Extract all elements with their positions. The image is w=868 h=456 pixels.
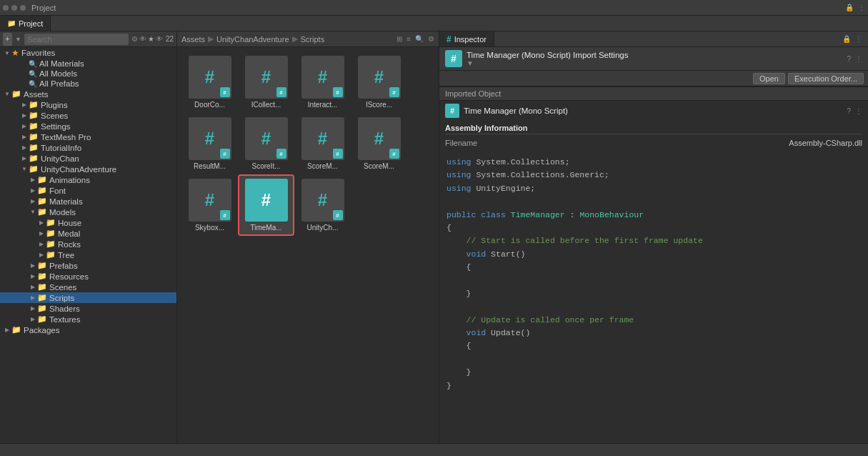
- plugins-item[interactable]: 📁 Plugins: [0, 99, 176, 110]
- breadcrumb-settings2-icon[interactable]: ⚙: [428, 35, 434, 43]
- imported-hash-badge: #: [445, 104, 459, 118]
- cs-badge: #: [220, 87, 230, 97]
- textmesh-item[interactable]: 📁 TextMesh Pro: [0, 132, 176, 142]
- file-name-timema: TimeMa...: [250, 224, 281, 232]
- execution-order-button[interactable]: Execution Order...: [788, 73, 864, 84]
- settings-folder-icon: 📁: [29, 122, 39, 131]
- textures-item[interactable]: 📁 Textures: [0, 314, 176, 324]
- prefabs-folder-icon: 📁: [37, 261, 47, 270]
- inspector-lock-icon[interactable]: 🔒: [842, 35, 851, 43]
- cs-badge9: #: [220, 210, 230, 220]
- scenes-label: Scenes: [41, 111, 68, 120]
- unitychan-item[interactable]: 📁 UnityChan: [0, 153, 176, 164]
- scenes-item[interactable]: 📁 Scenes: [0, 110, 176, 121]
- medal-arrow: [37, 229, 46, 238]
- file-thumb-timema: #: [245, 179, 288, 222]
- file-thumb-unitych: # #: [301, 179, 344, 222]
- breadcrumb-grid-icon[interactable]: ⊞: [396, 35, 402, 43]
- prefabs-label: Prefabs: [49, 262, 78, 270]
- file-thumb-skybox: # #: [189, 179, 231, 222]
- house-label: House: [58, 219, 81, 227]
- scenes2-item[interactable]: 📁 Scenes: [0, 282, 176, 292]
- all-models-item[interactable]: 🔍 All Models: [0, 69, 176, 79]
- scripts-folder-icon: 📁: [37, 293, 47, 302]
- cs-badge6: #: [276, 149, 286, 159]
- search-input[interactable]: [24, 34, 129, 45]
- cs-badge7: #: [333, 149, 343, 159]
- scenes2-label: Scenes: [49, 283, 76, 292]
- file-item-icollect[interactable]: # # ICollect...: [239, 53, 293, 111]
- imported-dots-icon[interactable]: ⋮: [855, 107, 862, 115]
- eye-icon[interactable]: 👁: [139, 35, 146, 43]
- packages-arrow: [3, 326, 11, 334]
- breadcrumb-scripts[interactable]: Scripts: [301, 35, 325, 44]
- menu-icon[interactable]: ⋮: [858, 4, 865, 11]
- open-button[interactable]: Open: [753, 73, 785, 84]
- code-line-12: [447, 300, 861, 313]
- visibility-count: 👁: [156, 35, 163, 43]
- breadcrumb-list-icon[interactable]: ≡: [406, 35, 411, 43]
- breadcrumb-unitychanadventure[interactable]: UnityChanAdventure: [216, 35, 289, 44]
- materials-item[interactable]: 📁 Materials: [0, 196, 176, 207]
- code-line-13: // Update is called once per frame: [447, 314, 861, 327]
- prefabs-item[interactable]: 📁 Prefabs: [0, 260, 176, 271]
- add-button[interactable]: +: [3, 33, 12, 46]
- settings-item[interactable]: 📁 Settings: [0, 121, 176, 132]
- scripts-item[interactable]: 📁 Scripts: [0, 292, 176, 303]
- imported-object-row: # Time Manager (Mono Script) ? ⋮: [439, 101, 868, 121]
- medal-item[interactable]: 📁 Medal: [0, 228, 176, 239]
- inspector-toolbar: Open Execution Order...: [439, 71, 868, 86]
- favorites-group[interactable]: ★ Favorites: [0, 47, 176, 59]
- file-count: 22: [166, 35, 174, 43]
- settings-icon[interactable]: ⚙: [131, 35, 138, 43]
- inspector-help-icon[interactable]: ?: [847, 55, 851, 63]
- file-item-scorem2[interactable]: # # ScoreM...: [352, 114, 406, 173]
- dot1: [3, 5, 9, 11]
- animations-item[interactable]: 📁 Animations: [0, 174, 176, 185]
- assets-group[interactable]: 📁 Assets: [0, 89, 176, 99]
- file-thumb-scoreit: # #: [245, 117, 288, 160]
- file-item-scoreit[interactable]: # # ScoreIt...: [239, 114, 293, 173]
- inspector-menu-icon[interactable]: ⋮: [855, 35, 862, 43]
- cs-badge4: #: [389, 87, 399, 97]
- models-item[interactable]: 📁 Models: [0, 207, 176, 217]
- code-line-1: using System.Collections;: [447, 156, 861, 169]
- file-item-doorco[interactable]: # # DoorCo...: [183, 53, 236, 111]
- breadcrumb-assets[interactable]: Assets: [181, 35, 205, 44]
- packages-group[interactable]: 📁 Packages: [0, 324, 176, 335]
- file-item-iscore[interactable]: # # IScore...: [352, 53, 406, 111]
- tutorialinfo-item[interactable]: 📁 TutorialInfo: [0, 142, 176, 153]
- textures-label: Textures: [49, 315, 80, 324]
- arrow-empty: [20, 59, 29, 68]
- file-item-interact[interactable]: # # Interact...: [296, 53, 349, 111]
- file-thumb-scorem2: # #: [358, 117, 401, 160]
- tree-item[interactable]: 📁 Tree: [0, 249, 176, 260]
- file-item-scorem1[interactable]: # # ScoreM...: [296, 114, 349, 173]
- all-materials-item[interactable]: 🔍 All Materials: [0, 59, 176, 69]
- tab-project[interactable]: 📁 Project: [0, 16, 51, 31]
- inspector-dots-icon[interactable]: ⋮: [855, 55, 862, 63]
- file-item-skybox[interactable]: # # Skybox...: [183, 176, 236, 234]
- star-icon[interactable]: ★: [148, 35, 154, 43]
- file-item-timema[interactable]: # TimeMa...: [239, 176, 293, 234]
- models-folder-icon: 📁: [37, 207, 47, 217]
- imported-help-icon[interactable]: ?: [847, 107, 851, 115]
- shaders-item[interactable]: 📁 Shaders: [0, 303, 176, 314]
- font-item[interactable]: 📁 Font: [0, 185, 176, 196]
- unitychanadventure-item[interactable]: 📁 UnityChanAdventure: [0, 164, 176, 174]
- file-item-unitych[interactable]: # # UnityCh...: [296, 176, 349, 234]
- breadcrumb-sep2: ▶: [292, 34, 298, 44]
- code-line-11: }: [447, 287, 861, 300]
- breadcrumb-search-icon[interactable]: 🔍: [415, 35, 424, 43]
- assets-folder-icon: 📁: [11, 89, 21, 99]
- resources-item[interactable]: 📁 Resources: [0, 271, 176, 282]
- favorites-label: Favorites: [21, 49, 55, 57]
- file-name-scorem2: ScoreM...: [364, 162, 394, 170]
- all-prefabs-item[interactable]: 🔍 All Prefabs: [0, 79, 176, 89]
- house-item[interactable]: 📁 House: [0, 217, 176, 228]
- file-item-resultm[interactable]: # # ResultM...: [183, 114, 236, 173]
- rocks-item[interactable]: 📁 Rocks: [0, 239, 176, 249]
- inspector-panel: # Inspector 🔒 ⋮ # Time Manager (Mono Scr…: [439, 31, 868, 443]
- packages-label: Packages: [24, 326, 60, 334]
- inspector-tab[interactable]: # Inspector: [439, 31, 494, 46]
